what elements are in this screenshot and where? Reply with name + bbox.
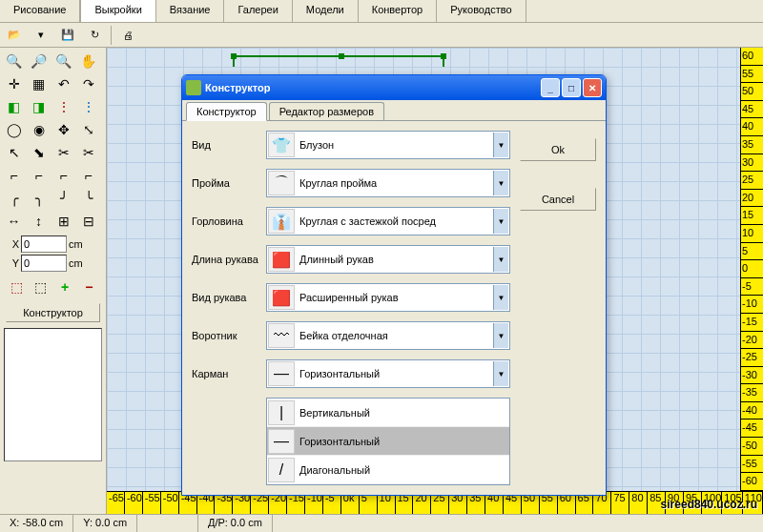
menu-tab-patterns[interactable]: Выкройки [80,0,155,22]
ruler-tick: -40 [741,402,763,420]
status-x: X: -58.0 cm [0,515,73,532]
chevron-down-icon[interactable]: ▼ [493,323,508,348]
combo-value: Длинный рукав [296,254,492,265]
pattern-outline[interactable] [233,55,444,67]
save-icon[interactable]: 💾 [57,25,78,46]
menu-tab-knitting[interactable]: Вязание [156,0,225,22]
cut-icon[interactable]: ✂ [52,141,75,163]
add-icon[interactable]: + [54,276,76,297]
combo-icon: 〰 [268,323,295,348]
corner3-icon[interactable]: ⌐ [52,164,75,186]
shape-icon[interactable]: ◧ [2,95,26,117]
circle2-icon[interactable]: ◉ [27,118,51,140]
combo-icon: 👔 [268,209,295,234]
pan-icon[interactable]: ✋ [76,50,100,72]
shape2-icon[interactable]: ◨ [27,95,51,117]
option-label: Горизонтальный [296,436,509,447]
coord-x-input[interactable] [21,235,67,253]
tab-constructor[interactable]: Конструктор [186,102,267,121]
corner2-icon[interactable]: ⌐ [27,164,51,186]
dropdown-icon[interactable]: ▾ [31,25,52,46]
curve1-icon[interactable]: ╭ [2,187,26,209]
tab-size-editor[interactable]: Редактор размеров [269,102,384,120]
flip-h-icon[interactable]: ↔ [2,210,26,232]
zoom-out-icon[interactable]: 🔎 [27,50,51,72]
option-label: Вертикальный [296,407,509,419]
cut2-icon[interactable]: ✂ [76,141,100,163]
chevron-down-icon[interactable]: ▼ [493,247,508,272]
crosshair-icon[interactable]: ✛ [2,72,26,94]
ruler-tick: -60 [125,492,143,514]
dialog-titlebar[interactable]: Конструктор _ □ ✕ [182,75,606,100]
ruler-tick: -45 [741,419,763,438]
ruler-tick: -55 [741,456,763,474]
corner4-icon[interactable]: ⌐ [76,164,100,186]
zoom-in-icon[interactable]: 🔍 [2,50,26,72]
open-icon[interactable]: 📂 [4,25,25,46]
combo-6[interactable]: — Горизонтальный ▼ [266,359,510,388]
refresh-icon[interactable]: ↻ [84,25,105,46]
dots-icon[interactable]: ⋮ [52,95,75,117]
ruler-tick: 15 [741,207,763,225]
chevron-down-icon[interactable]: ▼ [493,133,508,157]
combo-0[interactable]: 👕 Блузон ▼ [266,131,510,159]
redo-icon[interactable]: ↷ [76,72,100,94]
align1-icon[interactable]: ⊞ [52,210,75,232]
dialog-form: Вид 👕 Блузон ▼ Пройма ⌒ Круглая пройма ▼… [192,131,510,485]
curve3-icon[interactable]: ╯ [52,187,75,209]
menu-tab-guide[interactable]: Руководство [437,0,526,22]
curve2-icon[interactable]: ╮ [27,187,51,209]
circle-icon[interactable]: ◯ [2,118,26,140]
dialog-tabs: Конструктор Редактор размеров [182,100,606,120]
ruler-tick: -55 [143,492,161,514]
ruler-tick: 5 [741,243,763,261]
undo-icon[interactable]: ↶ [52,72,75,94]
constructor-button[interactable]: Конструктор [6,303,100,322]
print-icon[interactable]: 🖨 [117,25,138,46]
align2-icon[interactable]: ⊟ [76,210,100,232]
coord-y-input[interactable] [21,255,67,272]
menu-tab-converter[interactable]: Конвертор [359,0,437,22]
combo-4[interactable]: 🟥 Расширенный рукав ▼ [266,283,510,312]
combo-3[interactable]: 🟥 Длинный рукав ▼ [266,245,510,274]
corner1-icon[interactable]: ⌐ [2,164,26,186]
node-icon[interactable]: ⬊ [27,141,51,163]
dropdown-item[interactable]: /Диагональный [267,456,509,484]
menu-tab-galleries[interactable]: Галереи [224,0,292,22]
select-dashed2-icon[interactable]: ⬚ [30,276,52,297]
combo-2[interactable]: 👔 Круглая с застежкой посред ▼ [266,207,510,235]
combo-1[interactable]: ⌒ Круглая пройма ▼ [266,169,510,197]
ruler-tick: 55 [741,66,763,84]
zoom-fit-icon[interactable]: 🔍 [52,50,75,72]
combo-5[interactable]: 〰 Бейка отделочная ▼ [266,321,510,350]
combo-icon: 👕 [268,133,295,157]
chevron-down-icon[interactable]: ▼ [493,171,508,195]
flip-v-icon[interactable]: ↕ [27,210,51,232]
ruler-tick: 0 [741,260,763,278]
menu-tab-drawing[interactable]: Рисование [0,0,80,22]
chevron-down-icon[interactable]: ▼ [493,209,508,234]
ok-button[interactable]: Ok [520,138,596,161]
remove-icon[interactable]: − [78,276,100,297]
dots2-icon[interactable]: ⋮ [76,95,100,117]
cancel-button[interactable]: Cancel [520,188,596,211]
grid-icon[interactable]: ▦ [27,72,51,94]
expand-icon[interactable]: ⤡ [76,118,100,140]
dropdown-item[interactable]: |Вертикальный [267,399,509,427]
pointer-icon[interactable]: ↖ [2,141,26,163]
dropdown-item[interactable]: —Горизонтальный [267,427,509,456]
ruler-tick: 75 [611,492,629,514]
ruler-tick: 80 [629,492,648,514]
close-button[interactable]: ✕ [583,78,602,97]
minimize-button[interactable]: _ [541,78,560,97]
chevron-down-icon[interactable]: ▼ [493,361,508,386]
ruler-tick: -60 [741,473,763,491]
move-icon[interactable]: ✥ [52,118,75,140]
select-dashed-icon[interactable]: ⬚ [6,276,28,297]
chevron-down-icon[interactable]: ▼ [493,285,508,310]
curve4-icon[interactable]: ╰ [76,187,100,209]
ruler-vertical: 605550454035302520151050-5-10-15-20-25-3… [740,48,763,491]
maximize-button[interactable]: □ [562,78,581,97]
watermark: sireed840.ucoz.ru [661,498,757,511]
menu-tab-models[interactable]: Модели [293,0,359,22]
